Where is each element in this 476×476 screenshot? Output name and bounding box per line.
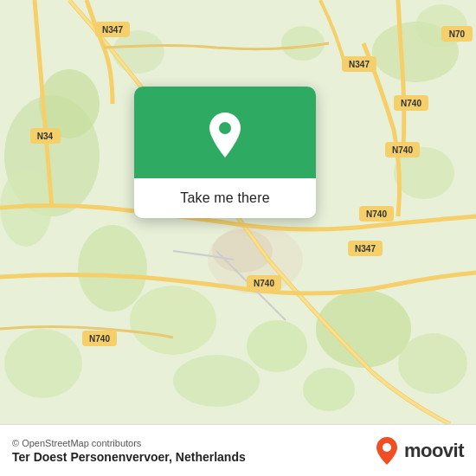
svg-text:N740: N740 bbox=[254, 279, 274, 288]
location-pin-icon bbox=[204, 111, 246, 159]
svg-point-7 bbox=[130, 286, 216, 355]
popup-card: Take me there bbox=[134, 87, 316, 218]
svg-text:N740: N740 bbox=[366, 209, 387, 219]
copyright-text: © OpenStreetMap contributors bbox=[12, 438, 246, 448]
svg-text:N740: N740 bbox=[89, 334, 110, 344]
svg-text:N347: N347 bbox=[349, 60, 370, 69]
svg-text:N70: N70 bbox=[449, 29, 466, 39]
footer-left: © OpenStreetMap contributors Ter Doest P… bbox=[12, 438, 246, 464]
location-name: Ter Doest Personenvervoer, Netherlands bbox=[12, 450, 246, 464]
svg-point-12 bbox=[4, 329, 82, 398]
map-container[interactable]: N347 N347 N740 N740 N740 N347 N740 N740 … bbox=[0, 0, 476, 424]
moovit-brand-text: moovit bbox=[404, 440, 464, 462]
svg-text:N740: N740 bbox=[392, 145, 413, 155]
svg-point-13 bbox=[173, 355, 260, 407]
svg-point-40 bbox=[219, 122, 231, 134]
svg-text:N740: N740 bbox=[401, 99, 421, 108]
moovit-pin-icon bbox=[375, 436, 399, 466]
svg-point-10 bbox=[398, 333, 467, 394]
svg-text:N347: N347 bbox=[355, 244, 376, 254]
moovit-logo[interactable]: moovit bbox=[375, 436, 464, 466]
svg-point-8 bbox=[247, 320, 307, 372]
svg-point-11 bbox=[303, 368, 355, 411]
popup-green-section bbox=[134, 87, 316, 178]
svg-point-6 bbox=[78, 225, 147, 312]
svg-point-41 bbox=[383, 443, 391, 452]
svg-point-15 bbox=[281, 26, 325, 61]
footer-bar: © OpenStreetMap contributors Ter Doest P… bbox=[0, 424, 476, 476]
svg-text:N34: N34 bbox=[37, 132, 54, 141]
take-me-there-button[interactable]: Take me there bbox=[134, 178, 316, 218]
svg-text:N347: N347 bbox=[102, 25, 123, 35]
